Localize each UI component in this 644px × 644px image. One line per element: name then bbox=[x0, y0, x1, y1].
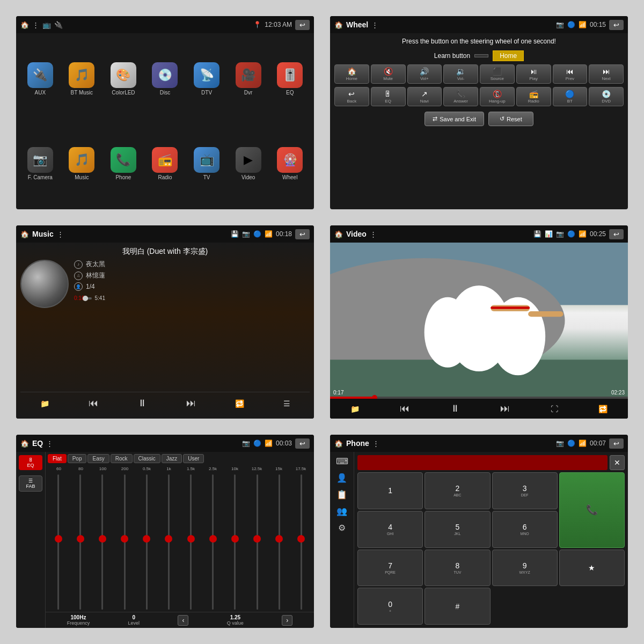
video-prev-button[interactable]: ⏮ bbox=[398, 401, 412, 416]
music-back-button[interactable]: ↩ bbox=[295, 229, 310, 239]
eq-back-button[interactable]: ↩ bbox=[295, 438, 310, 449]
eq-home-icon[interactable]: 🏠 bbox=[20, 440, 29, 448]
wheel-btn-voldown[interactable]: 🔉Vol- bbox=[443, 64, 478, 84]
eq-slider-8[interactable] bbox=[202, 474, 223, 610]
video-fullscreen-button[interactable]: ⛶ bbox=[548, 402, 560, 415]
phone-key-hash[interactable]: # bbox=[425, 588, 490, 625]
eq-slider-6[interactable] bbox=[158, 474, 179, 610]
progress-bar[interactable] bbox=[87, 297, 91, 299]
wheel-btn-mute[interactable]: 🔇Mute bbox=[371, 64, 406, 84]
music-menu-icon[interactable] bbox=[57, 230, 64, 238]
eq-prev-button[interactable]: ‹ bbox=[178, 615, 188, 626]
video-rotate-button[interactable]: 🔁 bbox=[596, 402, 610, 415]
back-button[interactable]: ↩ bbox=[295, 20, 310, 30]
music-repeat-button[interactable]: 🔁 bbox=[233, 397, 246, 410]
home-icon[interactable]: 🏠 bbox=[20, 21, 29, 29]
music-next-button[interactable]: ⏭ bbox=[184, 396, 198, 411]
eq-sidebar-fab-button[interactable]: ☰FAB bbox=[19, 475, 42, 492]
wheel-btn-source[interactable]: ⬛Source bbox=[480, 64, 515, 84]
phone-delete-button[interactable]: ✕ bbox=[610, 455, 625, 470]
music-pause-button[interactable]: ⏸ bbox=[135, 396, 149, 411]
music-home-icon[interactable]: 🏠 bbox=[20, 230, 29, 238]
wheel-back-button[interactable]: ↩ bbox=[609, 20, 624, 30]
phone-key-7[interactable]: 7PQRE bbox=[357, 550, 423, 587]
eq-preset-rock[interactable]: Rock bbox=[111, 454, 133, 463]
app-radio[interactable]: 📻 Radio bbox=[145, 122, 185, 205]
wheel-btn-answer[interactable]: 📞Answer bbox=[443, 87, 478, 106]
phone-key-5[interactable]: 5JKL bbox=[425, 511, 490, 548]
eq-slider-9[interactable] bbox=[224, 474, 245, 610]
eq-slider-12[interactable] bbox=[291, 474, 312, 610]
app-aux[interactable]: 🔌 AUX bbox=[20, 38, 60, 120]
eq-preset-user[interactable]: User bbox=[183, 454, 204, 463]
phone-key-0[interactable]: 0+ bbox=[357, 588, 423, 625]
eq-sidebar-eq-button[interactable]: 🎚EQ bbox=[19, 455, 42, 470]
app-btmusic[interactable]: 🎵 BT Music bbox=[62, 38, 102, 120]
video-pause-button[interactable]: ⏸ bbox=[448, 401, 462, 416]
music-folder-button[interactable]: 📁 bbox=[38, 397, 52, 410]
app-wheel[interactable]: 🎡 Wheel bbox=[270, 122, 310, 205]
app-music[interactable]: 🎵 Music bbox=[62, 122, 102, 205]
app-eq[interactable]: 🎚️ EQ bbox=[270, 38, 310, 120]
wheel-btn-home[interactable]: 🏠Home bbox=[334, 64, 369, 84]
menu-icon[interactable] bbox=[32, 21, 39, 29]
phone-recent-button[interactable]: 📋 bbox=[336, 489, 347, 500]
app-fcamera[interactable]: 📷 F. Camera bbox=[20, 122, 60, 205]
wheel-btn-radio[interactable]: 📻Radio bbox=[516, 87, 551, 106]
app-dvr[interactable]: 🎥 Dvr bbox=[229, 38, 268, 120]
eq-slider-11[interactable] bbox=[269, 474, 290, 610]
wheel-btn-dvd[interactable]: 💿DVD bbox=[589, 87, 624, 106]
app-video[interactable]: ▶ Video bbox=[229, 122, 268, 205]
phone-key-3[interactable]: 3DEF bbox=[492, 472, 558, 509]
eq-slider-3[interactable] bbox=[92, 474, 113, 610]
reset-button[interactable]: ↺ Reset bbox=[488, 112, 533, 126]
eq-preset-easy[interactable]: Easy bbox=[87, 454, 109, 463]
phone-key-8[interactable]: 8TUV bbox=[425, 550, 490, 587]
wheel-btn-prev[interactable]: ⏮Prev bbox=[553, 64, 588, 84]
phone-key-2[interactable]: 2ABC bbox=[425, 472, 490, 509]
phone-input-field[interactable] bbox=[357, 455, 608, 470]
video-menu-icon[interactable] bbox=[370, 230, 377, 238]
eq-preset-classic[interactable]: Classic bbox=[134, 454, 160, 463]
phone-key-1[interactable]: 1 bbox=[357, 472, 423, 509]
app-phone[interactable]: 📞 Phone bbox=[104, 122, 143, 205]
phone-contacts-button[interactable]: 👤 bbox=[336, 473, 347, 483]
eq-preset-pop[interactable]: Pop bbox=[68, 454, 87, 463]
save-exit-button[interactable]: ⇄ Save and Exit bbox=[425, 112, 484, 126]
wheel-btn-next[interactable]: ⏭Next bbox=[589, 64, 624, 84]
wheel-btn-bt[interactable]: 🔵BT bbox=[553, 87, 588, 106]
phone-group-button[interactable]: 👥 bbox=[336, 506, 347, 516]
phone-home-icon[interactable]: 🏠 bbox=[334, 440, 343, 448]
eq-slider-4[interactable] bbox=[114, 474, 135, 610]
wheel-btn-navi[interactable]: ↗Navi bbox=[407, 87, 442, 106]
app-disc[interactable]: 💿 Disc bbox=[145, 38, 185, 120]
eq-next-button[interactable]: › bbox=[282, 615, 292, 626]
phone-key-4[interactable]: 4GHI bbox=[357, 511, 423, 548]
wheel-btn-hangup[interactable]: 📵Hang-up bbox=[480, 87, 515, 106]
video-frame[interactable]: 0:17 02:23 bbox=[330, 243, 628, 399]
video-next-button[interactable]: ⏭ bbox=[498, 401, 512, 416]
home-active-btn[interactable]: Home bbox=[493, 50, 524, 61]
wheel-btn-play[interactable]: ⏯Play bbox=[516, 64, 551, 84]
wheel-btn-eq[interactable]: 🎚EQ bbox=[371, 87, 406, 106]
music-prev-button[interactable]: ⏮ bbox=[86, 396, 100, 411]
phone-call-button[interactable]: 📞 bbox=[559, 472, 625, 548]
video-home-icon[interactable]: 🏠 bbox=[334, 230, 343, 238]
phone-key-star[interactable]: ★ bbox=[559, 550, 625, 587]
wheel-btn-volup[interactable]: 🔊Vol+ bbox=[407, 64, 442, 84]
video-back-button[interactable]: ↩ bbox=[609, 229, 624, 239]
wheel-btn-back[interactable]: ↩Back bbox=[334, 87, 369, 106]
phone-dialpad-button[interactable]: ⌨ bbox=[336, 456, 348, 466]
phone-back-button[interactable]: ↩ bbox=[609, 438, 624, 449]
phone-menu-icon[interactable] bbox=[372, 440, 379, 448]
eq-slider-10[interactable] bbox=[247, 474, 268, 610]
app-dtv[interactable]: 📡 DTV bbox=[187, 38, 226, 120]
eq-slider-2[interactable] bbox=[70, 474, 91, 610]
app-tv[interactable]: 📺 TV bbox=[187, 122, 226, 205]
video-folder-button[interactable]: 📁 bbox=[348, 402, 362, 415]
phone-settings-button[interactable]: ⚙ bbox=[338, 523, 346, 533]
phone-key-6[interactable]: 6MNO bbox=[492, 511, 558, 548]
eq-slider-5[interactable] bbox=[136, 474, 157, 610]
eq-slider-7[interactable] bbox=[180, 474, 201, 610]
eq-preset-jazz[interactable]: Jazz bbox=[162, 454, 182, 463]
